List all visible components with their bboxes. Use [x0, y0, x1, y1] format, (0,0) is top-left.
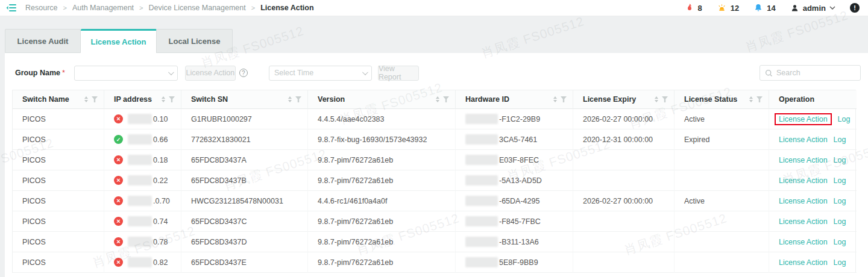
view-report-button[interactable]: View Report — [378, 66, 419, 81]
cell-hardware-id: -F1C2-29B9 — [456, 109, 573, 129]
ip-suffix: 0.66 — [153, 135, 168, 144]
redacted-ip — [128, 237, 152, 247]
time-select[interactable]: Select Time — [269, 66, 372, 81]
critical-alarm-counter[interactable]: 8 — [685, 3, 702, 13]
table-row: PICOS 0.78 65FDC8D3437D 9.8.7-pim/76272a… — [13, 232, 855, 252]
major-alarm-counter[interactable]: 12 — [717, 3, 739, 13]
license-action-link[interactable]: License Action — [779, 258, 828, 267]
log-link[interactable]: Log — [838, 115, 851, 123]
header-hardware-id: Hardware ID — [456, 90, 573, 109]
redacted-hardware-id — [465, 155, 498, 165]
ip-suffix: 0.22 — [153, 176, 168, 185]
log-link[interactable]: Log — [834, 258, 846, 267]
help-icon[interactable]: ? — [239, 69, 248, 77]
header-switch-name: Switch Name — [13, 90, 104, 109]
chevron-down-icon — [168, 69, 174, 75]
ip-suffix: 0.18 — [153, 156, 168, 164]
table-header-row: Switch Name IP address Switch SN Version… — [13, 90, 855, 109]
cell-version: 4.4.6-rc1/461f0a4a0f — [308, 191, 456, 211]
redacted-hardware-id — [465, 237, 498, 247]
sort-icon[interactable] — [162, 96, 165, 102]
license-action-link[interactable]: License Action — [779, 156, 828, 164]
alert-icon[interactable]: ! — [850, 3, 860, 13]
cell-license-status — [675, 150, 769, 170]
cell-operation: License Action Log — [769, 129, 857, 150]
sort-icon[interactable] — [553, 96, 557, 102]
header-switch-sn: Switch SN — [181, 90, 308, 109]
ip-suffix: 0.82 — [153, 258, 168, 267]
required-asterisk: * — [62, 69, 65, 77]
tab-license-action[interactable]: License Action — [81, 29, 157, 53]
redacted-ip — [128, 175, 152, 185]
log-link[interactable]: Log — [834, 217, 846, 226]
filter-icon[interactable] — [295, 96, 301, 102]
breadcrumb-resource[interactable]: Resource — [25, 4, 58, 12]
breadcrumb-auth-management[interactable]: Auth Management — [72, 4, 134, 12]
cell-switch-name: PICOS — [13, 211, 104, 232]
tab-license-audit[interactable]: License Audit — [5, 29, 81, 53]
filter-row: Group Name * License Action ? Select Tim… — [5, 65, 868, 81]
filter-icon[interactable] — [662, 96, 668, 102]
tab-local-license[interactable]: Local License — [157, 29, 233, 53]
license-action-button[interactable]: License Action — [185, 66, 236, 81]
collapse-menu-icon[interactable] — [6, 4, 17, 12]
breadcrumb-separator: > — [251, 4, 255, 11]
cell-ip-address: 0.10 — [104, 109, 181, 129]
table-row: PICOS 0.82 65FDC8D3437E 9.8.7-pim/76272a… — [13, 252, 855, 273]
filter-icon[interactable] — [443, 96, 449, 102]
cell-switch-name: PICOS — [13, 170, 104, 191]
sort-icon[interactable] — [655, 96, 658, 102]
redacted-ip — [128, 257, 152, 267]
log-link[interactable]: Log — [834, 156, 846, 164]
notification-count: 14 — [767, 4, 775, 13]
license-action-link[interactable]: License Action — [779, 238, 828, 246]
header-label: Operation — [779, 95, 814, 104]
license-action-link[interactable]: License Action — [779, 115, 828, 123]
redacted-hardware-id — [465, 175, 498, 185]
log-link[interactable]: Log — [834, 238, 846, 246]
header-label: IP address — [114, 95, 152, 104]
cell-hardware-id: -5A13-AD5D — [456, 170, 573, 191]
annotation-highlight-box: License Action — [775, 113, 832, 125]
search-input[interactable] — [776, 69, 855, 77]
filter-icon[interactable] — [756, 96, 763, 102]
sort-icon[interactable] — [749, 96, 753, 102]
cell-version: 4.4.5.4/aae4c02383 — [308, 109, 456, 129]
sort-icon[interactable] — [288, 96, 292, 102]
user-menu[interactable]: admin — [790, 4, 835, 13]
filter-icon[interactable] — [92, 96, 98, 102]
cell-license-expiry: 2026-02-27 00:00:00 — [573, 191, 675, 211]
ip-status-error-icon — [114, 155, 123, 164]
cell-ip-address: 0.22 — [104, 170, 181, 191]
bell-icon — [753, 3, 763, 13]
cell-ip-address: 0.82 — [104, 252, 181, 273]
license-action-link[interactable]: License Action — [779, 135, 828, 144]
license-action-link[interactable]: License Action — [779, 197, 828, 205]
topbar-right: 8 12 14 admin ! — [685, 3, 860, 13]
filter-icon[interactable] — [169, 96, 175, 102]
header-license-status: License Status — [675, 90, 769, 109]
cell-license-expiry — [573, 252, 675, 273]
redacted-ip — [128, 216, 152, 226]
license-action-link[interactable]: License Action — [779, 217, 828, 226]
cell-switch-sn: 772632X1830021 — [181, 129, 308, 150]
cell-switch-sn: 65FDC8D3437E — [181, 252, 308, 273]
flame-icon — [685, 3, 694, 13]
group-name-select[interactable] — [74, 66, 178, 81]
filter-icon[interactable] — [561, 96, 567, 102]
cell-hardware-id: -F845-7FBC — [456, 211, 573, 232]
redacted-ip — [128, 134, 152, 145]
sort-icon[interactable] — [84, 96, 88, 102]
log-link[interactable]: Log — [834, 176, 846, 185]
ip-status-error-icon — [114, 114, 123, 123]
hardware-id-suffix: -B311-13A6 — [499, 238, 539, 246]
header-label: License Status — [684, 95, 737, 104]
sort-icon[interactable] — [436, 96, 439, 102]
log-link[interactable]: Log — [834, 197, 846, 205]
breadcrumb: Resource > Auth Management > Device Lice… — [25, 4, 314, 12]
notification-counter[interactable]: 14 — [753, 3, 775, 13]
license-action-link[interactable]: License Action — [779, 176, 828, 185]
breadcrumb-device-license-management[interactable]: Device License Management — [149, 4, 246, 12]
log-link[interactable]: Log — [834, 135, 846, 144]
ip-suffix: 0.10 — [153, 115, 168, 123]
